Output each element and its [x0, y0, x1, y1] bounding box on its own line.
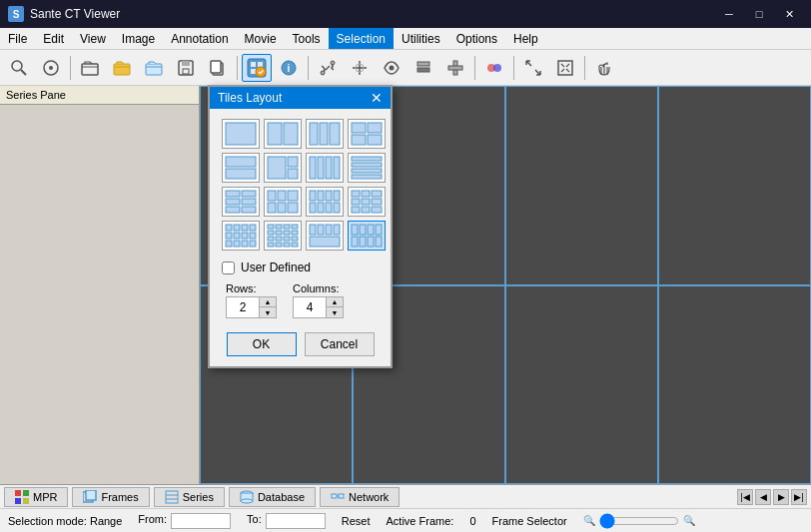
svg-rect-57: [226, 169, 256, 179]
export-button[interactable]: [139, 54, 169, 82]
tab-database-label: Database: [258, 491, 305, 503]
menu-movie[interactable]: Movie: [237, 28, 285, 49]
copy-button[interactable]: [203, 54, 233, 82]
columns-input[interactable]: 4: [294, 297, 326, 317]
layout-3x3[interactable]: [348, 187, 386, 217]
svg-rect-36: [86, 490, 96, 500]
settings-button[interactable]: [242, 54, 272, 82]
hand-button[interactable]: [589, 54, 619, 82]
menu-options[interactable]: Options: [448, 28, 505, 49]
zoom-tool-button[interactable]: [4, 54, 34, 82]
link-button[interactable]: [313, 54, 343, 82]
expand-button[interactable]: [518, 54, 548, 82]
layout-2x1a[interactable]: [222, 153, 260, 183]
rows-spinner-buttons: ▲ ▼: [259, 297, 276, 317]
menu-utilities[interactable]: Utilities: [394, 28, 448, 49]
layout-4x4[interactable]: [306, 221, 344, 251]
cancel-button[interactable]: Cancel: [305, 332, 375, 356]
save-button[interactable]: [171, 54, 201, 82]
crosshair-button[interactable]: [345, 54, 375, 82]
rows-group: Rows: 2 ▲ ▼: [226, 282, 277, 318]
layout-2x4[interactable]: [306, 187, 344, 217]
tiles-dialog: Tiles Layout ✕: [208, 85, 393, 368]
menu-selection[interactable]: Selection: [329, 28, 394, 49]
svg-rect-133: [368, 225, 374, 235]
close-button[interactable]: ✕: [775, 4, 803, 24]
columns-increment-button[interactable]: ▲: [327, 297, 343, 307]
layout-1x2[interactable]: [264, 119, 302, 149]
colorize-button[interactable]: [479, 54, 509, 82]
app-title: Sante CT Viewer: [30, 7, 709, 21]
menu-annotation[interactable]: Annotation: [163, 28, 236, 49]
tab-network[interactable]: Network: [320, 487, 400, 507]
ok-button[interactable]: OK: [227, 332, 297, 356]
minimize-button[interactable]: ─: [715, 4, 743, 24]
rows-decrement-button[interactable]: ▼: [260, 307, 276, 317]
svg-rect-125: [292, 243, 298, 247]
layout-1x4[interactable]: [306, 153, 344, 183]
svg-rect-99: [234, 225, 240, 231]
rows-increment-button[interactable]: ▲: [260, 297, 276, 307]
svg-rect-33: [15, 498, 21, 504]
menu-file[interactable]: File: [0, 28, 35, 49]
layout-custom[interactable]: [348, 221, 386, 251]
svg-rect-48: [284, 123, 298, 145]
folder-button[interactable]: [107, 54, 137, 82]
toolbar-sep-5: [513, 56, 514, 80]
tab-mpr[interactable]: MPR: [4, 487, 68, 507]
layout-4x3[interactable]: [264, 221, 302, 251]
spinners-row: Rows: 2 ▲ ▼ Columns: 4 ▲ ▼: [222, 282, 379, 318]
layout-2x2[interactable]: [348, 119, 386, 149]
to-input[interactable]: [266, 513, 326, 529]
tab-prev-button[interactable]: ◀: [755, 489, 771, 505]
tab-next-button[interactable]: ▶: [773, 489, 789, 505]
tab-series-label: Series: [183, 491, 214, 503]
tab-series[interactable]: Series: [154, 487, 225, 507]
layout-3x4[interactable]: [222, 221, 260, 251]
svg-rect-129: [334, 225, 340, 235]
svg-text:i: i: [288, 63, 291, 74]
menu-tools[interactable]: Tools: [285, 28, 329, 49]
tab-database[interactable]: Database: [229, 487, 316, 507]
tab-last-button[interactable]: ▶|: [791, 489, 807, 505]
tab-first-button[interactable]: |◀: [737, 489, 753, 505]
toolbar-sep-3: [308, 56, 309, 80]
svg-rect-53: [368, 123, 382, 133]
open-button[interactable]: [75, 54, 105, 82]
svg-rect-123: [276, 243, 282, 247]
series-icon: [165, 490, 179, 504]
svg-rect-43: [332, 494, 337, 498]
dialog-close-button[interactable]: ✕: [371, 91, 383, 105]
info-button[interactable]: i: [274, 54, 304, 82]
menu-view[interactable]: View: [72, 28, 114, 49]
svg-rect-109: [250, 241, 256, 247]
layout-3x2[interactable]: [222, 187, 260, 217]
fit-button[interactable]: [550, 54, 580, 82]
menu-help[interactable]: Help: [505, 28, 546, 49]
layout-large-left[interactable]: [264, 153, 302, 183]
rows-input[interactable]: 2: [227, 297, 259, 317]
layout-1x1[interactable]: [222, 119, 260, 149]
tab-frames[interactable]: Frames: [72, 487, 149, 507]
cd-button[interactable]: [36, 54, 66, 82]
viewport-cell-3: [505, 86, 658, 285]
user-defined-checkbox[interactable]: [222, 262, 235, 274]
columns-decrement-button[interactable]: ▼: [327, 307, 343, 317]
stack-button[interactable]: [408, 54, 438, 82]
svg-rect-27: [448, 66, 462, 70]
layout-2x3[interactable]: [264, 187, 302, 217]
svg-rect-73: [226, 207, 240, 213]
menu-edit[interactable]: Edit: [35, 28, 72, 49]
from-input[interactable]: [171, 513, 231, 529]
eye-button[interactable]: [377, 54, 406, 82]
rows-label: Rows:: [226, 282, 277, 294]
cross-button[interactable]: [440, 54, 470, 82]
menu-image[interactable]: Image: [114, 28, 163, 49]
layout-1x3[interactable]: [306, 119, 344, 149]
layout-4x1[interactable]: [348, 153, 386, 183]
svg-rect-63: [326, 157, 332, 179]
maximize-button[interactable]: □: [745, 4, 773, 24]
svg-rect-85: [310, 203, 316, 213]
frame-slider[interactable]: [599, 513, 679, 529]
dialog-body: User Defined Rows: 2 ▲ ▼ Columns: 4: [210, 109, 391, 366]
